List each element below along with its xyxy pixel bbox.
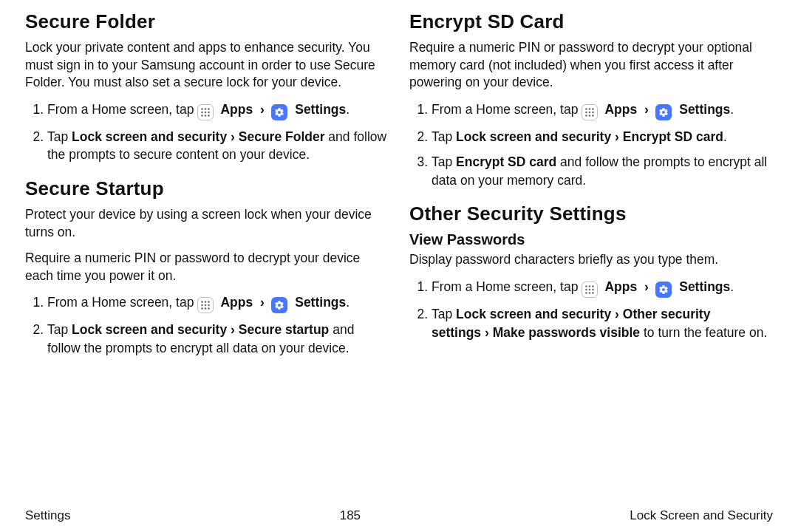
step-text: From a Home screen, tap: [432, 102, 582, 117]
period: .: [723, 129, 727, 144]
encrypt-sd-step-1: From a Home screen, tap Apps › Settings.: [432, 100, 773, 120]
svg-point-31: [589, 289, 591, 291]
right-column: Encrypt SD Card Require a numeric PIN or…: [409, 10, 773, 504]
svg-point-15: [201, 308, 203, 310]
heading-encrypt-sd: Encrypt SD Card: [409, 10, 773, 33]
heading-other-security: Other Security Settings: [409, 202, 773, 225]
svg-point-20: [592, 108, 594, 110]
svg-point-16: [205, 308, 207, 310]
svg-point-22: [589, 112, 591, 114]
manual-page: Secure Folder Lock your private content …: [0, 0, 798, 532]
footer-page-number: 185: [70, 508, 630, 523]
heading-secure-folder: Secure Folder: [25, 10, 389, 33]
settings-icon: [655, 104, 672, 120]
two-column-layout: Secure Folder Lock your private content …: [25, 10, 773, 504]
svg-point-8: [208, 115, 210, 117]
secure-folder-intro: Lock your private content and apps to en…: [25, 39, 389, 92]
svg-point-13: [205, 304, 207, 307]
svg-point-23: [592, 112, 594, 114]
secure-startup-steps: From a Home screen, tap Apps › Settings.…: [25, 293, 389, 357]
apps-label: Apps: [217, 102, 253, 117]
svg-point-26: [592, 115, 594, 117]
period: .: [346, 102, 349, 117]
encrypt-sd-step-3: Tap Encrypt SD card and follow the promp…: [432, 153, 773, 189]
secure-startup-p2: Require a numeric PIN or password to dec…: [25, 250, 389, 284]
view-passwords-steps: From a Home screen, tap Apps › Settings.…: [409, 278, 773, 341]
apps-icon: [582, 282, 598, 298]
svg-point-34: [589, 292, 591, 294]
svg-point-0: [201, 108, 203, 110]
encrypt-sd-intro: Require a numeric PIN or password to dec…: [409, 39, 773, 92]
secure-startup-p1: Protect your device by using a screen lo…: [25, 206, 389, 241]
svg-point-35: [592, 292, 594, 294]
svg-point-24: [585, 115, 587, 117]
breadcrumb-caret: ›: [481, 325, 493, 340]
svg-point-30: [585, 289, 587, 291]
svg-point-6: [201, 115, 203, 117]
step-text: From a Home screen, tap: [47, 102, 197, 117]
step-text: From a Home screen, tap: [47, 295, 197, 310]
svg-point-14: [208, 304, 210, 307]
view-passwords-step-1: From a Home screen, tap Apps › Settings.: [432, 278, 773, 298]
apps-label: Apps: [601, 279, 637, 294]
settings-label: Settings: [291, 295, 346, 310]
view-passwords-intro: Display password characters briefly as y…: [409, 251, 773, 269]
settings-icon: [271, 104, 287, 120]
step-text: to turn the feature on.: [640, 325, 767, 340]
path-part: Lock screen and security: [456, 307, 611, 321]
svg-point-17: [208, 308, 210, 310]
step-text: Tap: [47, 129, 72, 144]
svg-point-10: [205, 301, 207, 304]
svg-point-27: [585, 285, 587, 287]
svg-point-12: [201, 304, 203, 307]
footer-left: Settings: [25, 508, 70, 523]
svg-point-5: [208, 112, 210, 114]
period: .: [346, 295, 349, 310]
period: .: [730, 279, 734, 294]
breadcrumb-caret: ›: [227, 129, 239, 144]
path-part: Encrypt SD card: [456, 154, 556, 169]
step-text: Tap: [47, 322, 72, 337]
settings-label: Settings: [675, 102, 730, 117]
left-column: Secure Folder Lock your private content …: [25, 10, 389, 504]
breadcrumb-caret: ›: [641, 279, 652, 294]
svg-point-25: [589, 115, 591, 117]
step-text: From a Home screen, tap: [432, 279, 582, 294]
footer-right: Lock Screen and Security: [630, 508, 773, 523]
svg-point-11: [208, 301, 210, 304]
step-text: Tap: [432, 154, 456, 169]
settings-icon: [655, 282, 672, 298]
apps-label: Apps: [601, 102, 637, 117]
settings-icon: [271, 297, 287, 313]
breadcrumb-caret: ›: [611, 307, 623, 321]
svg-point-2: [208, 108, 210, 110]
svg-point-28: [589, 285, 591, 287]
settings-label: Settings: [291, 102, 346, 117]
secure-folder-step-2: Tap Lock screen and security › Secure Fo…: [47, 128, 389, 164]
secure-folder-steps: From a Home screen, tap Apps › Settings.…: [25, 100, 389, 164]
period: .: [730, 102, 734, 117]
svg-point-4: [205, 112, 207, 114]
encrypt-sd-step-2: Tap Lock screen and security › Encrypt S…: [432, 128, 773, 146]
path-part: Encrypt SD card: [623, 129, 723, 144]
svg-point-3: [201, 112, 203, 114]
apps-icon: [582, 104, 598, 120]
svg-point-33: [585, 292, 587, 294]
svg-point-29: [592, 285, 594, 287]
view-passwords-step-2: Tap Lock screen and security › Other sec…: [432, 305, 773, 341]
svg-point-7: [205, 115, 207, 117]
svg-point-18: [585, 108, 587, 110]
page-footer: Settings 185 Lock Screen and Security: [25, 504, 773, 523]
secure-folder-step-1: From a Home screen, tap Apps › Settings.: [47, 100, 389, 120]
heading-secure-startup: Secure Startup: [25, 177, 389, 200]
settings-label: Settings: [675, 279, 730, 294]
breadcrumb-caret: ›: [256, 102, 268, 117]
apps-icon: [197, 297, 214, 313]
path-part: Lock screen and security: [72, 322, 227, 337]
path-part: Secure Folder: [239, 129, 325, 144]
path-part: Lock screen and security: [456, 129, 611, 144]
path-part: Lock screen and security: [72, 129, 227, 144]
heading-view-passwords: View Passwords: [409, 231, 773, 248]
step-text: Tap: [432, 129, 456, 144]
secure-startup-step-2: Tap Lock screen and security › Secure st…: [47, 321, 389, 357]
